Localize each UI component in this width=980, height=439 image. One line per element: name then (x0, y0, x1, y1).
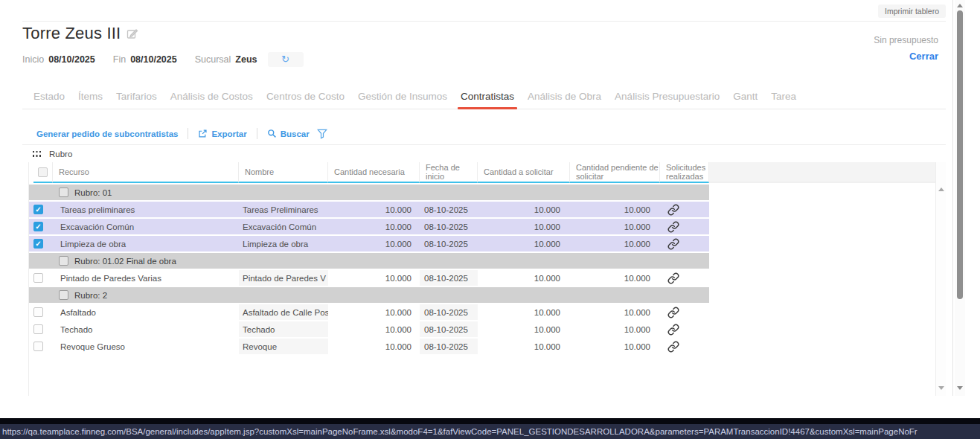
solicitudes-link-icon[interactable] (660, 304, 709, 320)
solicitudes-link-icon[interactable] (660, 339, 709, 354)
solicitudes-link-icon[interactable] (660, 219, 709, 234)
group-row[interactable]: Rubro: 2 (29, 287, 709, 303)
fecha-inicio-cell[interactable]: 08-10-2025 (420, 236, 478, 251)
nombre-cell[interactable]: Revoque (239, 339, 328, 354)
page-scroll-down-icon[interactable] (957, 386, 963, 390)
cantidad-a-solicitar-cell[interactable]: 10.000 (478, 304, 570, 320)
group-row[interactable]: Rubro: 01.02 Final de obra (29, 253, 709, 269)
col-header-fecha-inicio[interactable]: Fecha de inicio (420, 162, 478, 183)
row-checkbox[interactable] (33, 205, 43, 214)
row-checkbox[interactable] (33, 307, 43, 317)
table-vertical-scrollbar[interactable] (935, 162, 946, 396)
close-link[interactable]: Cerrar (909, 51, 938, 62)
solicitudes-link-icon[interactable] (660, 270, 709, 286)
nombre-cell[interactable]: Limpieza de obra (239, 236, 328, 251)
bottom-bar: https://qa.teamplace.finneg.com/BSA/gene… (0, 418, 980, 439)
table-row[interactable]: Revoque Grueso Revoque 10.000 08-10-2025… (29, 339, 709, 354)
cantidad-a-solicitar-cell[interactable]: 10.000 (478, 321, 570, 337)
tab-gantt[interactable]: Gantt (726, 91, 764, 109)
recurso-cell: Limpieza de obra (53, 236, 239, 251)
nombre-cell[interactable]: Excavación Común (239, 219, 328, 234)
solicitudes-link-icon[interactable] (660, 236, 709, 251)
table-row[interactable]: Pintado de Paredes Varias Pintado de Par… (29, 270, 709, 286)
page-title: Torre Zeus III (22, 24, 121, 43)
group-label: Rubro: 01.02 Final de obra (74, 257, 176, 266)
tab-contratistas[interactable]: Contratistas (454, 91, 521, 109)
filter-funnel-icon[interactable] (317, 129, 327, 139)
search-button[interactable]: Buscar (267, 129, 310, 138)
tab-analisis-presupuestario[interactable]: Análisis Presupuestario (608, 91, 726, 109)
group-checkbox[interactable] (59, 290, 68, 300)
scroll-down-icon[interactable] (938, 386, 944, 390)
cantidad-necesaria-cell: 10.000 (328, 339, 420, 354)
tab-analisis-de-costos[interactable]: Análisis de Costos (164, 91, 260, 109)
solicitudes-link-icon[interactable] (660, 202, 709, 217)
group-checkbox[interactable] (59, 188, 68, 197)
cantidad-a-solicitar-cell[interactable]: 10.000 (478, 219, 570, 234)
table-row[interactable]: Asfaltado Asfaltado de Calle Pos 10.000 … (29, 304, 709, 320)
tab-tarea[interactable]: Tarea (764, 91, 803, 109)
tab-estado[interactable]: Estado (27, 91, 71, 109)
row-checkbox[interactable] (33, 239, 43, 249)
tab-gestion-de-insumos[interactable]: Gestión de Insumos (351, 91, 454, 109)
page-scroll-up-icon[interactable] (957, 4, 963, 7)
row-checkbox[interactable] (33, 324, 43, 334)
tab-analisis-de-obra[interactable]: Análisis de Obra (521, 91, 608, 109)
col-header-nombre[interactable]: Nombre (239, 162, 328, 183)
tab-tarifarios[interactable]: Tarifarios (109, 91, 164, 109)
solicitudes-link-icon[interactable] (660, 321, 709, 337)
page-scroll-thumb[interactable] (957, 10, 963, 299)
nombre-cell[interactable]: Pintado de Paredes V (239, 270, 328, 286)
nombre-cell[interactable]: Asfaltado de Calle Pos (239, 304, 328, 320)
page-vertical-scrollbar[interactable] (955, 0, 965, 396)
fecha-inicio-cell[interactable]: 08-10-2025 (420, 339, 478, 354)
toolbar-separator (257, 128, 257, 139)
cantidad-a-solicitar-cell[interactable]: 10.000 (478, 202, 570, 217)
fecha-inicio-cell[interactable]: 08-10-2025 (420, 219, 478, 234)
branch-value: Zeus (235, 54, 257, 65)
export-button[interactable]: Exportar (198, 129, 246, 138)
contractors-table: Recurso Nombre Cantidad necesaria Fecha … (28, 162, 946, 396)
print-board-button[interactable]: Imprimir tablero (878, 4, 946, 18)
table-row[interactable]: Techado Techado 10.000 08-10-2025 10.000… (29, 321, 709, 337)
col-header-recurso[interactable]: Recurso (53, 162, 239, 183)
generate-subcontractor-order-button[interactable]: Generar pedido de subcontratistas (36, 129, 178, 138)
nombre-cell[interactable]: Tareas Preliminares (239, 202, 328, 217)
nombre-cell[interactable]: Techado (239, 321, 328, 337)
tab-items[interactable]: Ítems (71, 91, 109, 109)
col-header-cantidad-necesaria[interactable]: Cantidad necesaria (328, 162, 420, 183)
project-meta: Inicio 08/10/2025 Fin 08/10/2025 Sucursa… (22, 52, 304, 67)
edit-title-icon[interactable] (126, 28, 138, 39)
end-label: Fin (113, 54, 126, 65)
row-checkbox[interactable] (33, 222, 43, 231)
groupby-bar[interactable]: Rubro (22, 146, 72, 162)
fecha-inicio-cell[interactable]: 08-10-2025 (420, 202, 478, 217)
status-url-bar: https://qa.teamplace.finneg.com/BSA/gene… (0, 424, 980, 439)
select-all-checkbox[interactable] (38, 167, 48, 177)
group-checkbox[interactable] (59, 256, 68, 266)
recurso-cell: Techado (53, 321, 239, 337)
cantidad-a-solicitar-cell[interactable]: 10.000 (478, 270, 570, 286)
cantidad-a-solicitar-cell[interactable]: 10.000 (478, 339, 570, 354)
cantidad-a-solicitar-cell[interactable]: 10.000 (478, 236, 570, 251)
col-header-cantidad-a-solicitar[interactable]: Cantidad a solicitar (478, 162, 570, 183)
table-row[interactable]: Tareas preliminares Tareas Preliminares … (29, 202, 709, 217)
tab-centros-de-costo[interactable]: Centros de Costo (260, 91, 351, 109)
fecha-inicio-cell[interactable]: 08-10-2025 (420, 304, 478, 320)
cantidad-pendiente-cell: 10.000 (570, 321, 660, 337)
refresh-button[interactable]: ↻ (268, 52, 304, 67)
row-checkbox[interactable] (33, 273, 43, 283)
search-icon (267, 129, 277, 138)
group-label: Rubro: 01 (74, 188, 112, 197)
group-row[interactable]: Rubro: 01 (29, 185, 709, 200)
col-header-cantidad-pendiente[interactable]: Cantidad pendiente de solicitar (570, 162, 660, 183)
tab-bar: EstadoÍtemsTarifariosAnálisis de CostosC… (22, 88, 946, 109)
fecha-inicio-cell[interactable]: 08-10-2025 (420, 270, 478, 286)
scroll-up-icon[interactable] (938, 188, 944, 191)
row-checkbox[interactable] (33, 342, 43, 351)
search-label: Buscar (281, 129, 310, 138)
col-header-solicitudes[interactable]: Solicitudes realizadas (660, 162, 709, 183)
table-row[interactable]: Excavación Común Excavación Común 10.000… (29, 219, 709, 234)
table-row[interactable]: Limpieza de obra Limpieza de obra 10.000… (29, 236, 709, 251)
fecha-inicio-cell[interactable]: 08-10-2025 (420, 321, 478, 337)
